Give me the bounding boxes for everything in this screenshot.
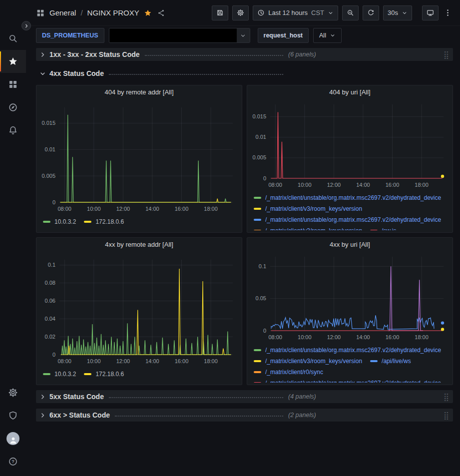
variable-label-request-host[interactable]: request_host (258, 28, 309, 43)
favorite-star-button[interactable] (144, 9, 152, 17)
panel-title[interactable]: 404 by remote addr [All] (36, 85, 242, 99)
legend-item[interactable]: /_matrix/client/r0/sync (254, 367, 323, 378)
row-dotted-leader (109, 397, 283, 398)
dashboard-row-1xx-3xx-2xx[interactable]: 1xx - 3xx - 2xx Status Code (6 panels) ⣿ (36, 48, 453, 61)
dashboard-row-5xx[interactable]: 5xx Status Code (4 panels) ⣿ (36, 390, 453, 403)
chevron-down-icon (330, 32, 336, 38)
legend-item[interactable]: /sw.js (370, 225, 396, 230)
refresh-dashboard-button[interactable] (363, 5, 379, 20)
sidebar-item-profile[interactable] (0, 427, 26, 450)
share-dashboard-button[interactable] (157, 9, 165, 17)
datasource-select[interactable] (109, 28, 250, 43)
svg-text:10:00: 10:00 (298, 334, 312, 340)
panel-grid: 404 by remote addr [All] 08:0010:0012:00… (36, 85, 453, 385)
help-question-icon (8, 457, 18, 467)
legend-series-label: /api/live/ws (382, 358, 411, 365)
gear-icon (237, 9, 244, 16)
dashboard-content: 1xx - 3xx - 2xx Status Code (6 panels) ⣿… (26, 45, 460, 422)
dashboards-grid-icon (8, 79, 18, 89)
sidebar-item-explore[interactable] (0, 96, 26, 119)
sidebar-expand-button[interactable] (21, 21, 31, 30)
panel-4xx-by-uri: 4xx by uri [All] 08:0010:0012:0014:0016:… (247, 237, 453, 385)
save-dashboard-button[interactable] (212, 5, 228, 20)
legend-series-label: /_matrix/client/v3/room_keys/version (265, 205, 362, 212)
tv-mode-button[interactable] (422, 5, 439, 20)
row-drag-handle-icon[interactable]: ⣿ (444, 412, 449, 419)
legend-series-marker (84, 373, 91, 375)
time-series-chart[interactable]: 08:0010:0012:0014:0016:0018:0000.0050.01… (36, 99, 242, 215)
zoom-out-time-button[interactable] (342, 5, 359, 20)
panel-404-by-remote-addr: 404 by remote addr [All] 08:0010:0012:00… (36, 85, 242, 233)
time-series-chart[interactable]: 08:0010:0012:0014:0016:0018:0000.020.040… (36, 252, 242, 368)
legend-series-marker (254, 219, 261, 221)
refresh-interval-label: 30s (388, 9, 398, 16)
legend-series-marker (370, 360, 378, 362)
legend-item[interactable]: /_matrix/client/unstable/org.matrix.msc2… (254, 192, 441, 203)
sidebar-item-server-admin[interactable] (0, 404, 26, 427)
time-series-chart[interactable]: 08:0010:0012:0014:0016:0018:0000.0050.01… (247, 99, 453, 191)
legend-series-marker (254, 382, 261, 383)
panel-title[interactable]: 404 by uri [All] (247, 85, 453, 99)
user-icon (8, 436, 18, 445)
sidebar-bottom-nav (0, 381, 26, 473)
variable-label-ds-prometheus[interactable]: DS_PROMETHEUS (36, 28, 104, 43)
variable-value-text: All (319, 32, 326, 39)
legend-item[interactable]: /_matrix/client/unstable/org.matrix.msc2… (254, 378, 441, 383)
legend-item[interactable]: /api/live/ws (370, 356, 411, 367)
star-icon (8, 56, 18, 66)
svg-text:0.005: 0.005 (252, 154, 266, 160)
row-title: 4xx Status Code (49, 69, 104, 77)
legend-item[interactable]: /_matrix/client/v3/room_keys/version (254, 225, 362, 230)
clock-icon (257, 9, 265, 16)
svg-text:16:00: 16:00 (175, 206, 189, 212)
save-floppy-icon (216, 9, 224, 16)
row-title: 6xx > Status Code (49, 411, 110, 419)
panel-title[interactable]: 4xx by uri [All] (247, 238, 453, 252)
dashboard-row-4xx[interactable]: 4xx Status Code (36, 67, 453, 80)
svg-text:0.01: 0.01 (256, 134, 266, 140)
svg-text:0.015: 0.015 (252, 113, 266, 119)
sidebar-item-alerting[interactable] (0, 119, 26, 142)
legend-item[interactable]: /_matrix/client/unstable/org.matrix.msc2… (254, 345, 441, 356)
legend-series-marker (254, 230, 261, 230)
dashboard-row-6xx[interactable]: 6xx > Status Code (2 panels) ⣿ (36, 409, 453, 422)
more-options-kebab-button[interactable] (443, 7, 453, 18)
search-icon (8, 33, 18, 43)
legend-item[interactable]: /_matrix/client/v3/room_keys/version (254, 356, 362, 367)
panel-title[interactable]: 4xx by remote addr [All] (36, 238, 242, 252)
svg-text:12:00: 12:00 (116, 206, 130, 212)
sidebar-item-dashboards[interactable] (0, 73, 26, 96)
legend-series-marker (254, 360, 261, 362)
breadcrumb-folder[interactable]: General (49, 8, 76, 17)
sidebar-item-search[interactable] (0, 27, 26, 50)
sidebar-item-starred[interactable] (0, 50, 26, 73)
refresh-interval-picker[interactable]: 30s (383, 5, 412, 20)
legend-item[interactable]: 10.0.3.2 (43, 216, 76, 227)
chevron-right-icon (39, 51, 46, 58)
svg-text:0.05: 0.05 (256, 295, 266, 301)
sidebar-item-help[interactable] (0, 450, 26, 473)
variable-value-request-host[interactable]: All (313, 28, 342, 43)
svg-text:16:00: 16:00 (386, 334, 400, 340)
legend-series-label: /_matrix/client/unstable/org.matrix.msc2… (265, 216, 441, 223)
svg-text:0.04: 0.04 (45, 316, 55, 322)
panel-404-by-uri: 404 by uri [All] 08:0010:0012:0014:0016:… (247, 85, 453, 233)
dashboard-settings-button[interactable] (232, 5, 249, 20)
legend-item[interactable]: 172.18.0.6 (84, 216, 124, 227)
panel-legend: /_matrix/client/unstable/org.matrix.msc2… (247, 344, 453, 383)
grafana-logo-icon[interactable] (0, 4, 26, 24)
time-range-picker[interactable]: Last 12 hours CST (253, 5, 338, 20)
row-drag-handle-icon[interactable]: ⣿ (444, 393, 449, 401)
sidebar-item-configuration[interactable] (0, 381, 26, 404)
legend-item[interactable]: 172.18.0.6 (84, 369, 124, 380)
time-series-chart[interactable]: 08:0010:0012:0014:0016:0018:0000.050.1 (247, 252, 453, 344)
svg-text:0.015: 0.015 (41, 120, 55, 126)
svg-text:18:00: 18:00 (415, 182, 429, 188)
svg-text:08:00: 08:00 (57, 358, 71, 364)
legend-item[interactable]: /_matrix/client/v3/room_keys/version (254, 203, 362, 214)
chevron-right-icon (39, 393, 46, 401)
select-chevron-cell (237, 28, 250, 42)
legend-item[interactable]: 10.0.3.2 (43, 369, 76, 380)
legend-item[interactable]: /_matrix/client/unstable/org.matrix.msc2… (254, 214, 441, 225)
row-drag-handle-icon[interactable]: ⣿ (444, 51, 449, 58)
